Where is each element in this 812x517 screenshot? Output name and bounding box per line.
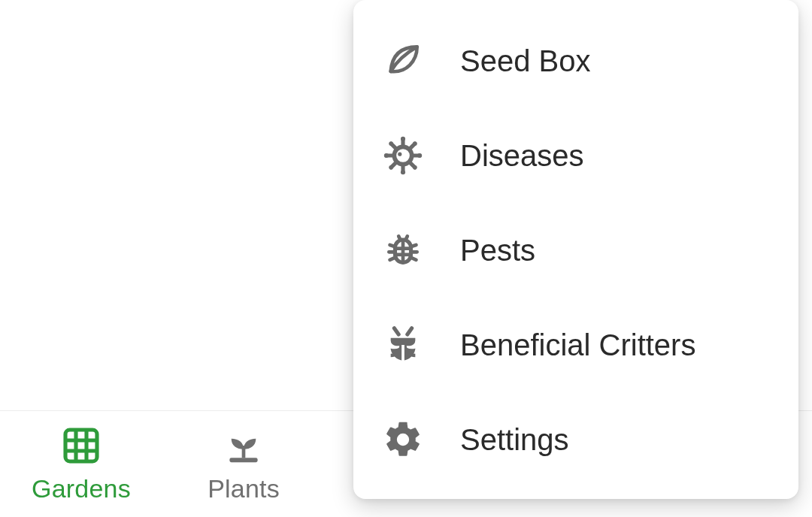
svg-point-8 — [398, 153, 401, 156]
tab-plants[interactable]: Plants — [162, 411, 325, 517]
svg-line-30 — [406, 236, 408, 240]
menu-item-seed-box[interactable]: Seed Box — [353, 14, 798, 108]
svg-point-16 — [417, 153, 422, 158]
virus-icon — [382, 135, 424, 177]
svg-point-14 — [384, 153, 389, 158]
svg-point-20 — [413, 141, 417, 146]
menu-item-diseases[interactable]: Diseases — [353, 108, 798, 203]
bug-icon — [382, 229, 424, 271]
menu-item-settings[interactable]: Settings — [353, 392, 798, 487]
svg-line-37 — [394, 328, 398, 334]
menu-item-seed-box-label: Seed Box — [460, 44, 590, 78]
tab-gardens[interactable]: Gardens — [0, 411, 162, 517]
tab-plants-label: Plants — [208, 474, 280, 503]
app-root: Gardens Plants — [0, 0, 812, 517]
svg-line-32 — [411, 245, 417, 246]
menu-item-beneficial-critters-label: Beneficial Critters — [460, 328, 695, 362]
menu-item-pests[interactable]: Pests — [353, 203, 798, 298]
svg-line-31 — [390, 245, 395, 246]
menu-item-diseases-label: Diseases — [460, 139, 584, 173]
svg-line-35 — [390, 257, 396, 260]
sprout-icon — [223, 425, 265, 467]
svg-rect-5 — [242, 446, 246, 458]
svg-line-38 — [408, 328, 412, 334]
svg-rect-0 — [65, 430, 97, 461]
svg-line-29 — [398, 236, 400, 240]
overflow-menu: Seed Box — [353, 0, 798, 499]
leaf-icon — [382, 40, 424, 82]
svg-point-18 — [389, 141, 393, 146]
svg-rect-6 — [229, 458, 257, 462]
menu-item-beneficial-critters[interactable]: Beneficial Critters — [353, 298, 798, 392]
menu-item-settings-label: Settings — [460, 423, 569, 457]
gear-icon — [382, 419, 424, 461]
svg-point-12 — [401, 170, 405, 174]
svg-point-24 — [413, 165, 417, 170]
svg-point-10 — [401, 137, 405, 141]
svg-line-36 — [411, 257, 417, 260]
tab-gardens-label: Gardens — [32, 474, 131, 503]
menu-item-pests-label: Pests — [460, 234, 535, 268]
beetle-icon — [382, 324, 424, 366]
grid-icon — [60, 425, 102, 467]
svg-point-22 — [389, 165, 393, 170]
